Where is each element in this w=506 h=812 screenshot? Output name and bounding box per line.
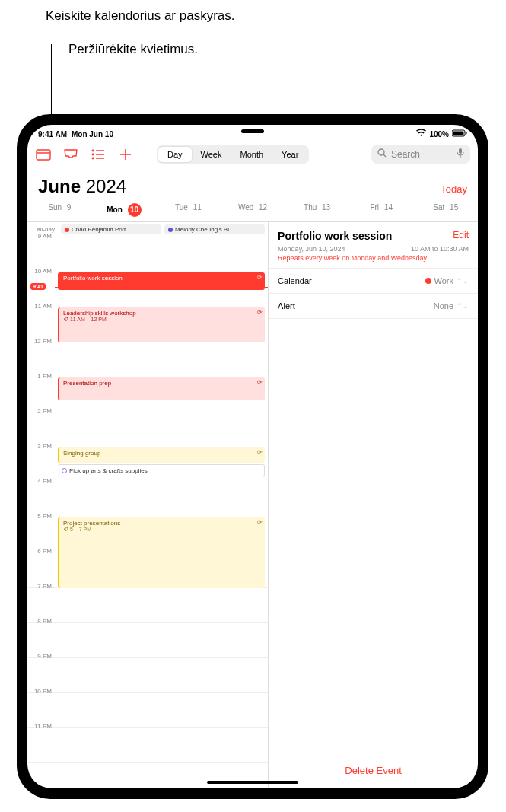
hour-grid: 9:41 9 AM 10 AM 11 AM 12 PM 1 PM 2 PM 3 …	[27, 237, 268, 788]
sync-icon: ⟳	[257, 379, 263, 386]
day-schedule[interactable]: all-day Chad Benjamin Pott… Melody Cheun…	[27, 222, 269, 788]
mic-icon[interactable]	[457, 148, 464, 161]
content-area: all-day Chad Benjamin Pott… Melody Cheun…	[27, 222, 478, 788]
status-time: 9:41 AM	[38, 130, 67, 139]
calendars-icon[interactable]	[35, 148, 52, 161]
detail-header: Portfolio work session Edit Monday, Jun …	[269, 222, 478, 269]
detail-time: 10 AM to 10:30 AM	[411, 245, 469, 253]
callout-invites: Peržiūrėkite kvietimus.	[68, 41, 235, 58]
event-time: 11 AM – 12 PM	[70, 317, 107, 322]
event-title: Leadership skills workshop	[63, 310, 261, 317]
dot-icon	[425, 278, 431, 284]
allday-row: all-day Chad Benjamin Pott… Melody Cheun…	[27, 222, 268, 237]
delete-event-button[interactable]: Delete Event	[269, 753, 478, 788]
hour-label: 1 PM	[27, 373, 55, 380]
hour-label: 11 AM	[27, 303, 55, 310]
hour-label: 3 PM	[27, 443, 55, 450]
sync-icon: ⟳	[257, 449, 263, 456]
view-segment[interactable]: Day Week Month Year	[157, 145, 309, 164]
today-button[interactable]: Today	[441, 183, 467, 195]
search-input[interactable]: Search	[371, 145, 470, 164]
weekday-sun[interactable]: Sun 9	[27, 203, 92, 217]
inbox-icon[interactable]	[62, 148, 79, 161]
svg-point-5	[92, 149, 94, 151]
chevron-icon: ⌃⌄	[457, 302, 469, 310]
battery-percent: 100%	[429, 130, 449, 139]
event-detail-pane: Portfolio work session Edit Monday, Jun …	[269, 222, 478, 788]
ipad-frame: 9:41 AM Mon Jun 10 100%	[17, 114, 488, 799]
allday-event-2[interactable]: Melody Cheung's Bi…	[164, 224, 265, 234]
add-icon[interactable]	[117, 148, 134, 161]
detail-title: Portfolio work session	[278, 230, 447, 242]
row-label: Alert	[278, 301, 295, 310]
event-project-presentations[interactable]: Project presentations ⏱ 5 – 7 PM ⟳	[58, 517, 265, 588]
svg-rect-15	[459, 148, 462, 154]
row-alert[interactable]: Alert None ⌃⌄	[269, 294, 478, 319]
sync-icon: ⟳	[257, 274, 263, 281]
svg-point-6	[92, 153, 94, 155]
svg-point-13	[378, 149, 384, 155]
segment-day[interactable]: Day	[158, 147, 192, 162]
list-icon[interactable]	[90, 148, 107, 161]
sync-icon: ⟳	[257, 309, 263, 316]
row-calendar[interactable]: Calendar Work ⌃⌄	[269, 269, 478, 294]
status-date: Mon Jun 10	[72, 130, 113, 139]
hour-label: 10 AM	[27, 268, 55, 275]
segment-week[interactable]: Week	[192, 147, 231, 162]
detail-date: Monday, Jun 10, 2024	[278, 245, 345, 253]
hour-label: 6 PM	[27, 548, 55, 555]
weekday-tue[interactable]: Tue 11	[156, 203, 221, 217]
weekday-fri[interactable]: Fri 14	[349, 203, 414, 217]
weekday-mon[interactable]: Mon 10	[92, 203, 157, 217]
segment-year[interactable]: Year	[272, 147, 307, 162]
weekday-wed[interactable]: Wed 12	[221, 203, 285, 217]
event-title: Pick up arts & crafts supplies	[69, 467, 148, 474]
page-title: June 2024	[38, 176, 126, 197]
event-presentation-prep[interactable]: Presentation prep ⟳	[58, 377, 265, 400]
svg-rect-3	[37, 150, 50, 160]
battery-icon	[452, 129, 467, 139]
toolbar: Day Week Month Year Search	[27, 140, 478, 168]
event-singing[interactable]: Singing group ⟳	[58, 447, 265, 463]
chevron-icon: ⌃⌄	[457, 277, 469, 285]
event-title: Presentation prep	[63, 380, 111, 387]
row-value: Work	[434, 276, 453, 285]
svg-point-7	[92, 157, 94, 159]
dot-icon	[62, 468, 67, 473]
search-placeholder: Search	[391, 149, 420, 160]
weekday-thu[interactable]: Thu 13	[285, 203, 349, 217]
allday-event-1[interactable]: Chad Benjamin Pott…	[61, 224, 161, 234]
hour-label: 7 PM	[27, 583, 55, 590]
event-time: 5 – 7 PM	[70, 527, 91, 532]
hour-label: 4 PM	[27, 478, 55, 485]
row-label: Calendar	[278, 276, 312, 285]
edit-button[interactable]: Edit	[453, 230, 469, 240]
hour-label: 11 PM	[27, 723, 55, 730]
search-icon	[377, 148, 387, 160]
hour-label: 2 PM	[27, 408, 55, 415]
clock-icon: ⏱	[63, 317, 68, 322]
wifi-icon	[416, 129, 426, 139]
svg-line-14	[383, 154, 386, 157]
multitask-indicator	[241, 129, 264, 133]
hour-label: 9 PM	[27, 653, 55, 660]
weekday-sat[interactable]: Sat 15	[413, 203, 478, 217]
month-header: June 2024 Today	[27, 168, 478, 200]
event-leadership[interactable]: Leadership skills workshop ⏱ 11 AM – 12 …	[58, 307, 265, 342]
row-value: None	[434, 301, 453, 310]
screen: 9:41 AM Mon Jun 10 100%	[27, 125, 478, 788]
hour-label: 12 PM	[27, 338, 55, 345]
clock-icon: ⏱	[63, 527, 68, 532]
detail-repeat: Repeats every week on Monday and Wednesd…	[278, 254, 469, 262]
home-indicator[interactable]	[207, 781, 298, 784]
sync-icon: ⟳	[257, 519, 263, 526]
event-title: Portfolio work session	[63, 275, 123, 282]
event-title: Singing group	[63, 450, 100, 457]
event-title: Project presentations	[63, 520, 261, 527]
event-portfolio[interactable]: Portfolio work session ⟳	[58, 272, 265, 290]
event-pickup[interactable]: Pick up arts & crafts supplies	[58, 464, 265, 476]
allday-label: all-day	[30, 226, 58, 233]
svg-rect-1	[453, 132, 464, 135]
svg-rect-2	[466, 132, 467, 135]
segment-month[interactable]: Month	[231, 147, 272, 162]
